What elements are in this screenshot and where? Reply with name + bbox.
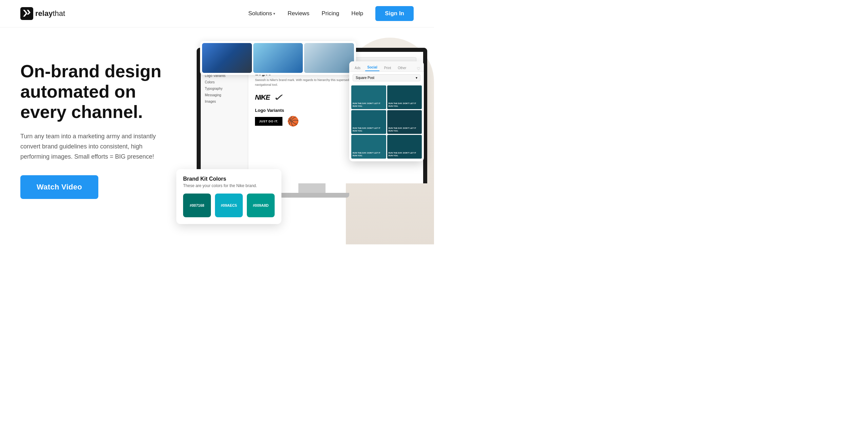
watch-video-button[interactable]: Watch Video xyxy=(20,175,98,199)
logo-icon xyxy=(20,7,33,20)
nike-logo: NIKE xyxy=(255,94,270,101)
brand-kit-card: Brand Kit Colors These are your colors f… xyxy=(176,169,281,224)
jordan-logo: 🏀 xyxy=(287,116,299,127)
hero-right: Nike Brand Logos Logo Variants Colors Ty… xyxy=(183,41,414,244)
sidebar-item-typography[interactable]: Typography xyxy=(205,85,244,92)
monitor-neck xyxy=(298,183,326,193)
color-swatch-1: #007168 xyxy=(183,194,211,217)
chevron-down-icon: ▾ xyxy=(273,12,275,16)
color-swatch-2: #09AEC5 xyxy=(215,194,243,217)
logo-text: relaythat xyxy=(35,9,65,18)
nav-help[interactable]: Help xyxy=(351,10,363,17)
panel-card-6-text: RUN THE DAY. DON'T LET IT RUN YOU. xyxy=(389,152,421,157)
panel-card-4[interactable]: RUN THE DAY. DON'T LET IT RUN YOU. xyxy=(387,110,422,134)
logo[interactable]: relaythat xyxy=(20,7,65,20)
strip-image-1 xyxy=(202,43,252,73)
panel-tabs: Ads Social Print Other ♡ xyxy=(349,61,424,72)
panel-grid: RUN THE DAY. DON'T LET IT RUN YOU. RUN T… xyxy=(349,84,424,161)
nike-swoosh: ✓ xyxy=(273,92,285,103)
brand-kit-title: Brand Kit Colors xyxy=(183,176,275,182)
panel-card-3-text: RUN THE DAY. DON'T LET IT RUN YOU. xyxy=(353,127,385,133)
main-nav: Solutions ▾ Reviews Pricing Help Sign In xyxy=(248,6,414,21)
panel-card-1-text: RUN THE DAY. DON'T LET IT RUN YOU. xyxy=(353,102,385,108)
panel-select[interactable]: Square Post ▾ xyxy=(353,74,420,81)
strip-image-2 xyxy=(253,43,303,73)
color-swatch-3: #009A8D xyxy=(247,194,275,217)
nav-solutions[interactable]: Solutions ▾ xyxy=(248,10,275,17)
panel-card-2[interactable]: RUN THE DAY. DON'T LET IT RUN YOU. xyxy=(387,85,422,109)
panel-tab-other[interactable]: Other xyxy=(396,65,408,71)
panel-tab-print[interactable]: Print xyxy=(382,65,393,71)
signin-button[interactable]: Sign In xyxy=(375,6,414,21)
sidebar-item-messaging[interactable]: Messaging xyxy=(205,92,244,98)
color-swatches: #007168 #09AEC5 #009A8D xyxy=(183,194,275,217)
strip-image-3 xyxy=(304,43,354,73)
sidebar-item-images[interactable]: Images xyxy=(205,98,244,105)
panel-card-2-text: RUN THE DAY. DON'T LET IT RUN YOU. xyxy=(389,102,421,108)
hero-left: On-brand design automated on every chann… xyxy=(20,41,183,199)
nav-reviews[interactable]: Reviews xyxy=(288,10,309,17)
nav-pricing[interactable]: Pricing xyxy=(321,10,339,17)
panel-card-4-text: RUN THE DAY. DON'T LET IT RUN YOU. xyxy=(389,127,421,133)
monitor-base xyxy=(275,193,349,198)
hero-headline: On-brand design automated on every chann… xyxy=(20,61,183,122)
hero-subtext: Turn any team into a marketing army and … xyxy=(20,132,166,162)
sidebar-item-colors[interactable]: Colors xyxy=(205,79,244,85)
hero-section: On-brand design automated on every chann… xyxy=(0,27,434,244)
panel-card-3[interactable]: RUN THE DAY. DON'T LET IT RUN YOU. xyxy=(351,110,386,134)
panel-tab-social[interactable]: Social xyxy=(365,64,379,71)
panel-tab-ads[interactable]: Ads xyxy=(353,65,362,71)
heart-icon: ♡ xyxy=(417,66,420,71)
right-panel: Ads Social Print Other ♡ Square Post ▾ R… xyxy=(349,61,424,161)
select-chevron-icon: ▾ xyxy=(416,76,417,80)
just-do-it-logo: JUST DO IT. xyxy=(255,117,282,126)
brand-kit-desc: These are your colors for the Nike brand… xyxy=(183,183,275,188)
image-strip xyxy=(200,41,356,75)
panel-card-5-text: RUN THE DAY. DON'T LET IT RUN YOU. xyxy=(353,152,385,157)
panel-card-5[interactable]: RUN THE DAY. DON'T LET IT RUN YOU. xyxy=(351,135,386,159)
panel-card-6[interactable]: RUN THE DAY. DON'T LET IT RUN YOU. xyxy=(387,135,422,159)
panel-card-1[interactable]: RUN THE DAY. DON'T LET IT RUN YOU. xyxy=(351,85,386,109)
header: relaythat Solutions ▾ Reviews Pricing He… xyxy=(0,0,434,27)
